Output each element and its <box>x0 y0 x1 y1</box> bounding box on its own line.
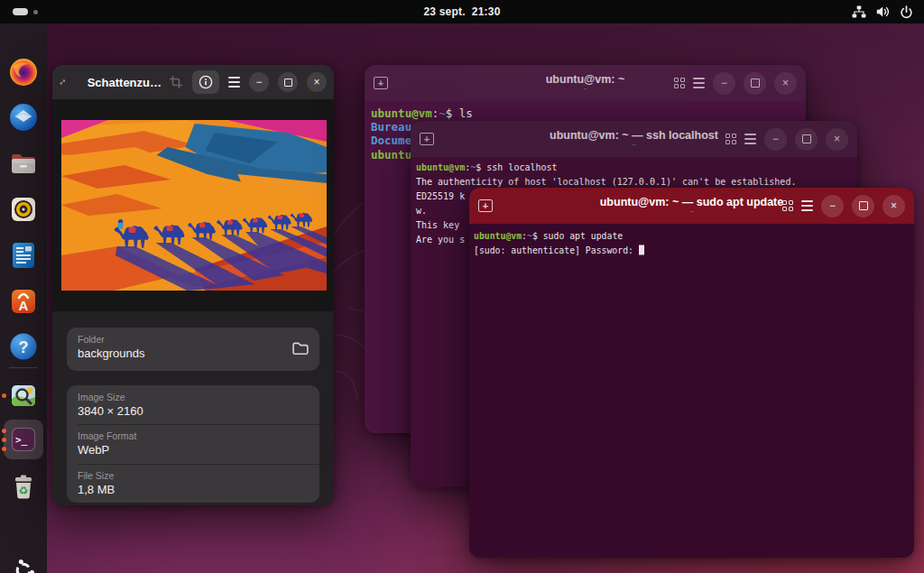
terminal2-minimize-button[interactable]: − <box>764 128 787 151</box>
image-viewer-icon <box>8 380 39 411</box>
system-status-area[interactable] <box>848 0 917 23</box>
terminal3-menu-button[interactable] <box>801 200 813 211</box>
new-tab-icon[interactable] <box>420 133 434 145</box>
volume-icon <box>876 5 890 18</box>
terminal3-minimize-button[interactable]: − <box>821 195 844 217</box>
terminal-body-3[interactable]: ubuntu@vm:~$ sudo apt update[sudo: authe… <box>469 224 914 263</box>
viewer-headerbar[interactable]: Schattenzu… − × <box>52 65 334 99</box>
properties-toggle-button[interactable] <box>192 70 219 94</box>
terminal1-maximize-button[interactable] <box>744 72 766 95</box>
network-icon <box>852 5 866 19</box>
details-card: Image Size 3840 × 2160 Image Format WebP… <box>67 385 319 503</box>
viewer-minimize-button[interactable]: − <box>249 72 269 92</box>
terminal3-title: ubuntu@vm: ~ — sudo apt update <box>600 196 784 208</box>
maximize-icon <box>284 79 292 87</box>
firefox-icon <box>8 57 39 88</box>
terminal-window-3-sudo: ubuntu@vm: ~ — sudo apt update ~ − × ubu… <box>469 188 914 558</box>
terminal-icon: >_ <box>8 424 39 455</box>
folder-card: Folder backgrounds <box>67 328 319 371</box>
terminal2-menu-button[interactable] <box>744 134 756 144</box>
folder-icon <box>292 341 309 356</box>
folder-value: backgrounds <box>78 347 144 360</box>
top-bar: 23 sept. 21:30 <box>0 0 924 23</box>
terminal1-minimize-button[interactable]: − <box>713 72 735 95</box>
dock-item-files[interactable] <box>7 147 40 180</box>
trash-icon: ♻ <box>8 471 39 502</box>
new-tab-icon[interactable] <box>374 77 388 89</box>
running-dot <box>2 438 6 442</box>
terminal1-headerbar[interactable]: ubuntu@vm: ~ ~ − × <box>365 65 806 101</box>
dock-item-trash[interactable]: ♻ <box>7 470 40 503</box>
new-tab-icon[interactable] <box>478 199 493 212</box>
image-viewer-window: Schattenzu… − × <box>52 65 334 505</box>
viewer-close-button[interactable]: × <box>307 72 327 92</box>
terminal2-subtitle: ~ <box>632 141 636 149</box>
terminal1-close-button[interactable]: × <box>774 72 797 95</box>
dock-item-terminal[interactable]: >_ <box>7 423 40 456</box>
terminal2-headerbar[interactable]: ubuntu@vm: ~ — ssh localhost ~ − × <box>411 121 857 157</box>
row-divider <box>78 424 319 425</box>
dock-item-thunderbird[interactable] <box>7 101 40 134</box>
libreoffice-writer-icon <box>8 240 39 271</box>
maximize-icon <box>802 134 811 143</box>
fullscreen-icon[interactable] <box>60 75 66 89</box>
dock-item-show-apps[interactable] <box>7 554 40 573</box>
terminal3-close-button[interactable]: × <box>882 195 905 217</box>
maximize-icon <box>751 79 760 88</box>
image-size-label: Image Size <box>78 392 143 402</box>
crop-icon <box>169 75 183 89</box>
terminal3-headerbar[interactable]: ubuntu@vm: ~ — sudo apt update ~ − × <box>469 188 914 224</box>
image-format-value: WebP <box>78 443 136 457</box>
running-dot <box>2 393 6 398</box>
terminal3-maximize-button[interactable] <box>852 195 874 217</box>
terminal2-maximize-button[interactable] <box>795 128 818 151</box>
terminal3-subtitle: ~ <box>689 208 694 216</box>
terminal2-title: ubuntu@vm: ~ — ssh localhost <box>550 129 718 142</box>
image-size-value: 3840 × 2160 <box>78 404 143 418</box>
dock-item-app-center[interactable]: A <box>7 285 40 318</box>
file-size-value: 1,8 MB <box>78 483 115 496</box>
dock-separator <box>9 367 38 368</box>
dock-item-firefox[interactable] <box>7 56 40 88</box>
dock-item-image-viewer[interactable] <box>7 379 40 411</box>
open-folder-button[interactable] <box>292 341 309 356</box>
viewer-properties-panel: Folder backgrounds Image Size 3840 × 216… <box>52 311 334 505</box>
svg-text:A: A <box>19 298 29 313</box>
svg-text:?: ? <box>19 338 29 356</box>
terminal1-subtitle: ~ <box>583 85 587 93</box>
dock-item-help[interactable]: ? <box>7 330 40 363</box>
dock-item-rhythmbox[interactable] <box>7 193 40 226</box>
dock-item-libreoffice-writer[interactable] <box>7 239 40 272</box>
viewer-image-viewport[interactable] <box>52 99 334 311</box>
rhythmbox-icon <box>8 194 39 225</box>
power-icon <box>900 5 913 19</box>
viewer-menu-button[interactable] <box>228 77 240 88</box>
thunderbird-icon <box>8 102 39 133</box>
maximize-icon <box>859 201 868 210</box>
running-dot <box>2 429 6 433</box>
tab-overview-icon[interactable] <box>782 200 793 211</box>
row-divider <box>78 464 319 465</box>
viewer-window-title: Schattenzu… <box>88 76 162 89</box>
image-format-label: Image Format <box>78 430 136 441</box>
ubuntu-logo-icon <box>9 556 38 573</box>
terminal2-close-button[interactable]: × <box>826 128 848 151</box>
app-center-icon: A <box>8 286 39 317</box>
tab-overview-icon[interactable] <box>725 134 736 144</box>
running-dot <box>2 447 6 451</box>
terminal1-title: ubuntu@vm: ~ <box>546 73 625 86</box>
viewer-maximize-button[interactable] <box>278 72 298 92</box>
info-icon <box>199 75 213 89</box>
folder-label: Folder <box>78 334 144 345</box>
svg-text:♻: ♻ <box>19 485 29 497</box>
caravan-image <box>61 120 327 291</box>
files-folder-icon <box>8 148 39 179</box>
tab-overview-icon[interactable] <box>674 78 685 88</box>
file-size-label: File Size <box>78 470 115 481</box>
help-icon: ? <box>8 331 39 362</box>
dock: A ? >_ <box>0 23 47 573</box>
clock[interactable]: 23 sept. 21:30 <box>0 0 924 23</box>
terminal1-menu-button[interactable] <box>693 78 705 88</box>
svg-text:>_: >_ <box>15 434 28 446</box>
